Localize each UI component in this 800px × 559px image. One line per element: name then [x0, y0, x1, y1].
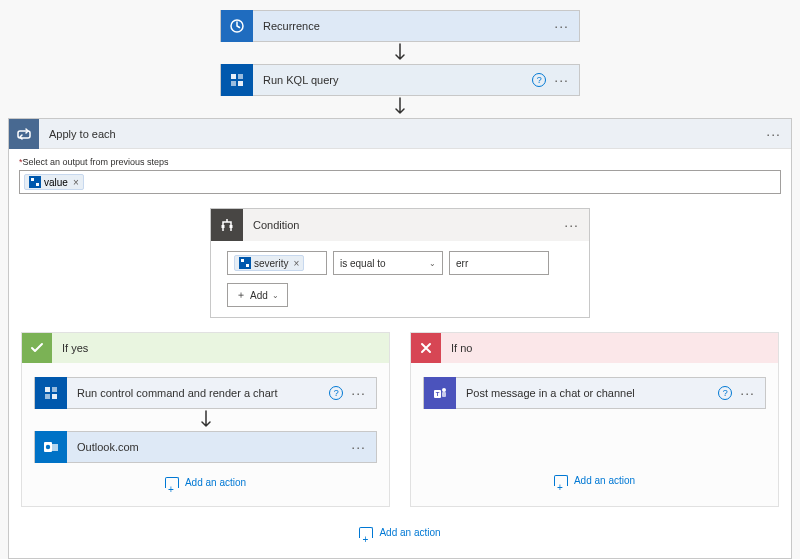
add-condition-button[interactable]: ＋ Add ⌄ [227, 283, 288, 307]
apply-label: Apply to each [39, 128, 766, 140]
branch-yes-label: If yes [52, 342, 389, 354]
outlook-icon [35, 431, 67, 463]
remove-token-icon[interactable]: × [73, 177, 79, 188]
svg-rect-7 [36, 183, 39, 186]
x-icon [411, 333, 441, 363]
condition-left-input[interactable]: severity × [227, 251, 327, 275]
svg-rect-6 [31, 178, 34, 181]
action-label: Run control command and render a chart [67, 387, 329, 399]
input-label: *Select an output from previous steps [19, 157, 781, 167]
arrow-down-icon [392, 42, 408, 64]
svg-rect-15 [52, 394, 57, 399]
help-icon[interactable]: ? [718, 386, 732, 400]
svg-rect-3 [231, 81, 236, 86]
svg-rect-10 [241, 259, 244, 262]
more-icon[interactable]: ··· [740, 385, 755, 401]
clock-icon [221, 10, 253, 42]
action-run-control-command[interactable]: Run control command and render a chart ?… [34, 377, 377, 409]
trigger-recurrence[interactable]: Recurrence ··· [220, 10, 580, 42]
help-icon[interactable]: ? [329, 386, 343, 400]
svg-rect-8 [222, 225, 225, 228]
svg-rect-2 [238, 74, 243, 79]
svg-rect-4 [238, 81, 243, 86]
add-action-button[interactable]: Add an action [423, 475, 766, 486]
token-severity[interactable]: severity × [234, 255, 304, 271]
svg-text:T: T [436, 391, 440, 397]
action-post-teams-message[interactable]: T Post message in a chat or channel ? ··… [423, 377, 766, 409]
action-outlook[interactable]: Outlook.com ··· [34, 431, 377, 463]
apply-to-each-container: Apply to each ··· *Select an output from… [8, 118, 792, 559]
kql-icon [221, 64, 253, 96]
more-icon[interactable]: ··· [554, 18, 569, 34]
condition-label: Condition [243, 219, 564, 231]
add-action-icon [554, 475, 568, 486]
more-icon[interactable]: ··· [564, 217, 579, 233]
more-icon[interactable]: ··· [554, 72, 569, 88]
svg-rect-11 [246, 264, 249, 267]
condition-right-input[interactable]: err [449, 251, 549, 275]
arrow-down-icon [198, 409, 214, 431]
more-icon[interactable]: ··· [351, 385, 366, 401]
branch-no-header[interactable]: If no [411, 333, 778, 363]
check-icon [22, 333, 52, 363]
chevron-down-icon: ⌄ [429, 259, 436, 268]
arrow-down-icon [392, 96, 408, 118]
add-action-button[interactable]: Add an action [34, 477, 377, 488]
condition-icon [211, 209, 243, 241]
token-icon [29, 176, 41, 188]
branch-yes: If yes Run control command and render a … [21, 332, 390, 507]
token-icon [239, 257, 251, 269]
token-value[interactable]: value × [24, 174, 84, 190]
more-icon[interactable]: ··· [351, 439, 366, 455]
add-action-icon [165, 477, 179, 488]
branch-no-label: If no [441, 342, 778, 354]
action-label: Outlook.com [67, 441, 351, 453]
svg-rect-14 [45, 394, 50, 399]
condition-operator-select[interactable]: is equal to ⌄ [333, 251, 443, 275]
svg-rect-1 [231, 74, 236, 79]
help-icon[interactable]: ? [532, 73, 546, 87]
trigger-label: Recurrence [253, 20, 554, 32]
svg-rect-13 [52, 387, 57, 392]
svg-rect-21 [442, 392, 446, 397]
step-run-kql[interactable]: Run KQL query ? ··· [220, 64, 580, 96]
svg-point-18 [46, 445, 50, 449]
branch-no: If no T Post message in a chat or channe… [410, 332, 779, 507]
more-icon[interactable]: ··· [766, 126, 781, 142]
condition-header[interactable]: Condition ··· [211, 209, 589, 241]
add-action-icon [359, 527, 373, 538]
chevron-down-icon: ⌄ [272, 291, 279, 300]
svg-rect-9 [230, 225, 233, 228]
teams-icon: T [424, 377, 456, 409]
loop-icon [9, 119, 39, 149]
branch-yes-header[interactable]: If yes [22, 333, 389, 363]
svg-rect-12 [45, 387, 50, 392]
svg-point-20 [442, 388, 446, 392]
add-action-button[interactable]: Add an action [19, 527, 781, 538]
action-label: Post message in a chat or channel [456, 387, 718, 399]
step-label: Run KQL query [253, 74, 532, 86]
output-selector-input[interactable]: value × [19, 170, 781, 194]
condition-step: Condition ··· se [210, 208, 590, 318]
apply-to-each-header[interactable]: Apply to each ··· [9, 119, 791, 149]
plus-icon: ＋ [236, 288, 246, 302]
svg-rect-17 [52, 444, 58, 451]
kql-icon [35, 377, 67, 409]
remove-token-icon[interactable]: × [293, 258, 299, 269]
